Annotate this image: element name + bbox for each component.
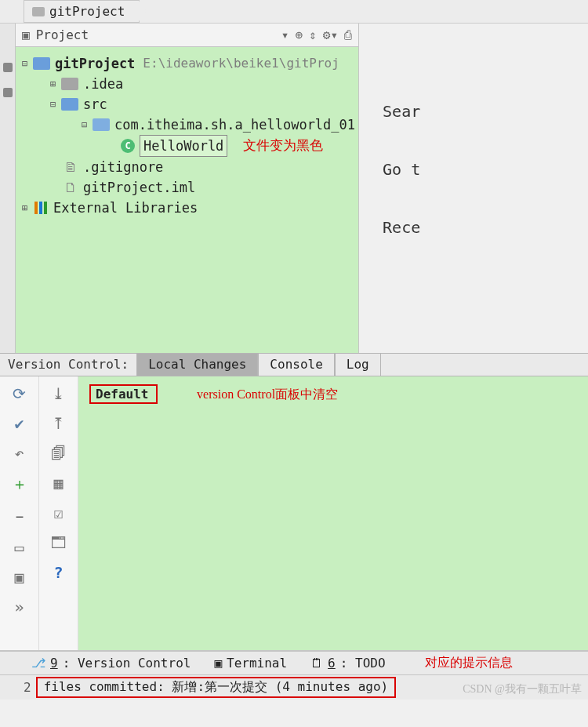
annotation-bottom-hint: 对应的提示信息 (425, 655, 513, 671)
status-counter: 2 (24, 680, 31, 695)
default-changelist[interactable]: Default (89, 384, 158, 404)
expand-icon[interactable]: ⊞ (22, 198, 33, 218)
package-label: com.itheima.sh.a_helloworld_01 (114, 115, 355, 135)
root-label: gitProject (55, 53, 135, 74)
vc-toolbar-left: ⟳ ✔ ↶ ＋ － ▭ ▣ » (0, 376, 39, 650)
tree-root[interactable]: ⊟ gitProject E:\ideawork\beike1\gitProj (19, 53, 355, 74)
status-message: files committed: 新增:第一次提交 (4 minutes ago… (36, 677, 397, 698)
class-icon: C (121, 139, 135, 153)
todo-num: 6 (328, 656, 336, 671)
tab-todo[interactable]: 🗒 6 : TODO (310, 656, 385, 671)
breadcrumb-project[interactable]: gitProject (24, 0, 140, 23)
tab-terminal[interactable]: ▣ Terminal (214, 656, 287, 671)
vc-label: Version Control: (0, 354, 136, 376)
folder-icon (61, 78, 78, 90)
pane-title: Project (36, 27, 89, 42)
watermark: CSDN @我有一颗五叶草 (463, 682, 582, 696)
msg-prefix: files committed: (44, 679, 172, 694)
todo-label: : TODO (340, 656, 386, 671)
tree-iml[interactable]: 🗋 gitProject.iml (19, 177, 355, 198)
commit-icon[interactable]: ✔ (14, 414, 24, 433)
folder-icon (61, 98, 78, 111)
expand-icon[interactable]: ⊞ (50, 74, 61, 94)
project-pane-header: ▣ Project ▾ ⊕ ⇕ ⚙▾ ⎙ (16, 24, 358, 47)
more-icon[interactable]: » (14, 598, 24, 616)
tree-src[interactable]: ⊟ src (19, 94, 355, 115)
tree-package[interactable]: ⊟ com.itheima.sh.a_helloworld_01 (19, 115, 355, 135)
refresh-icon[interactable]: ⟳ (13, 384, 26, 403)
target-icon[interactable]: ⊕ (296, 27, 303, 42)
remove-icon[interactable]: － (12, 506, 27, 527)
libraries-icon (33, 201, 49, 215)
tree-class[interactable]: C HelloWorld 文件变为黑色 (19, 135, 355, 157)
project-tool-window: ▣ Project ▾ ⊕ ⇕ ⚙▾ ⎙ ⊟ gitProject E:\ide… (16, 24, 359, 353)
revert-icon[interactable]: ↶ (14, 444, 24, 463)
hide-icon[interactable]: ⎙ (344, 27, 352, 42)
terminal-label: Terminal (227, 656, 287, 671)
root-path: E:\ideawork\beike1\gitProj (143, 53, 339, 74)
collapse-icon[interactable]: ⊟ (50, 94, 61, 115)
expand-all-icon[interactable]: ⤓ (52, 384, 65, 403)
terminal-icon: ▣ (214, 656, 222, 671)
editor-empty-hints: Sear Go t Rece (359, 24, 588, 353)
folder-icon: ▣ (22, 27, 30, 42)
tree-gitignore[interactable]: 🗎 .gitignore (19, 157, 355, 177)
src-label: src (83, 94, 107, 115)
hint-goto: Go t (383, 160, 588, 179)
add-icon[interactable]: ＋ (12, 474, 27, 495)
version-control-panel: ⟳ ✔ ↶ ＋ － ▭ ▣ » ⤓ ⤒ 🗐 ▦ ☑ 🗔 ? Default ve… (0, 376, 588, 651)
vc-toolbar-left2: ⤓ ⤒ 🗐 ▦ ☑ 🗔 ? (39, 376, 78, 650)
collapse-all-icon[interactable]: ⤒ (52, 414, 65, 433)
collapse-icon[interactable]: ⇕ (309, 27, 317, 42)
dropdown-icon[interactable]: ▾ (281, 27, 289, 42)
copy-icon[interactable]: 🗐 (51, 444, 67, 463)
tree-external-libs[interactable]: ⊞ External Libraries (19, 198, 355, 218)
shelve-icon[interactable]: ▭ (14, 538, 24, 557)
msg-time: (4 minutes ago) (267, 679, 388, 694)
gear-icon[interactable]: ⚙▾ (323, 27, 338, 42)
tab-local-changes[interactable]: Local Changes (136, 354, 258, 376)
left-toolwindow-stripe[interactable] (0, 24, 16, 353)
side-tab-structure[interactable] (3, 88, 13, 97)
iml-icon: 🗋 (63, 180, 78, 194)
bottom-toolwindow-tabs: ⎇ 9 : Version Control ▣ Terminal 🗒 6 : T… (0, 651, 588, 674)
idea-label: .idea (83, 74, 123, 94)
folder-icon (33, 57, 50, 70)
annotation-panel-clear: version Control面板中清空 (197, 387, 338, 401)
version-control-tabs: Version Control: Local Changes Console L… (0, 353, 588, 376)
hint-recent: Rece (383, 218, 588, 237)
vc-label: : Version Control (63, 656, 191, 671)
folder-icon (32, 7, 45, 16)
help-icon[interactable]: ? (53, 563, 63, 582)
gitignore-label: .gitignore (83, 157, 163, 177)
hint-search: Sear (383, 102, 588, 121)
tree-idea[interactable]: ⊞ .idea (19, 74, 355, 94)
side-tab-project[interactable] (3, 63, 13, 72)
annotation-file-black: 文件变为黑色 (243, 136, 323, 156)
collapse-icon[interactable]: ⊟ (22, 53, 33, 74)
changes-tree[interactable]: Default version Control面板中清空 (78, 376, 588, 650)
collapse-icon[interactable]: ⊟ (82, 115, 93, 135)
external-label: External Libraries (53, 198, 198, 218)
file-icon: 🗎 (63, 160, 78, 174)
vc-num: 9 (50, 656, 58, 671)
branch-icon: ⎇ (31, 656, 45, 671)
tab-console[interactable]: Console (258, 354, 334, 376)
preview-icon[interactable]: 🗔 (51, 533, 67, 552)
group-icon[interactable]: ▦ (53, 474, 63, 493)
msg-body: 新增:第一次提交 (172, 679, 267, 694)
tab-log[interactable]: Log (335, 354, 381, 376)
breadcrumb-label: gitProject (49, 4, 125, 19)
package-icon (93, 118, 110, 131)
project-tree[interactable]: ⊟ gitProject E:\ideawork\beike1\gitProj … (16, 47, 358, 353)
status-bar: 2 files committed: 新增:第一次提交 (4 minutes a… (0, 674, 588, 700)
unshelve-icon[interactable]: ▣ (14, 568, 24, 587)
tab-version-control[interactable]: ⎇ 9 : Version Control (31, 656, 191, 671)
todo-icon: 🗒 (310, 656, 323, 671)
breadcrumb-bar: gitProject (0, 0, 588, 24)
class-label: HelloWorld (140, 135, 227, 157)
iml-label: gitProject.iml (83, 177, 195, 198)
filter-icon[interactable]: ☑ (53, 503, 63, 522)
